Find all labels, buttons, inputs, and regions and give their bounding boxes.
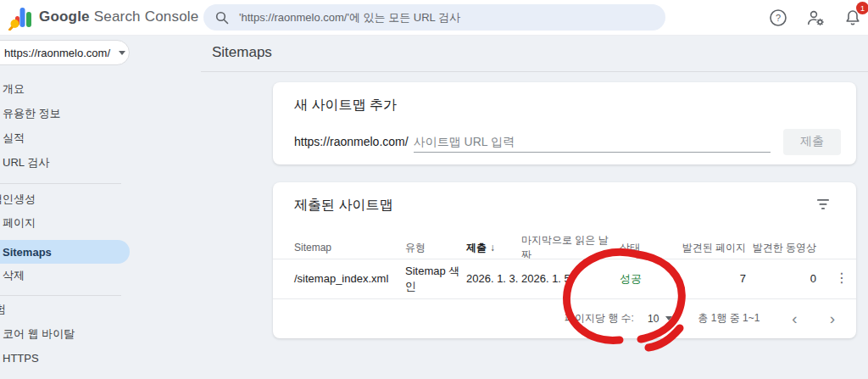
topbar-actions: ? 1 (768, 0, 868, 36)
cell-discovered-pages: 7 (678, 272, 746, 285)
table-header-row: Sitemap 유형 제출↓ 마지막으로 읽은 날짜 상태 발견된 페이지 발견… (273, 233, 856, 259)
col-header-status[interactable]: 상태 (615, 241, 678, 255)
sidebar-item-performance[interactable]: 실적 (3, 128, 25, 148)
filter-icon[interactable] (816, 198, 830, 210)
cell-submitted-date: 2026. 1. 3. (466, 272, 521, 285)
page-title-divider (201, 71, 868, 72)
sitemap-url-input[interactable] (414, 131, 771, 153)
prev-page-icon[interactable]: ‹ (792, 310, 797, 326)
sidebar-item-pages[interactable]: 페이지 (3, 213, 36, 233)
cell-type: Sitemap 색인 (405, 264, 466, 294)
sidebar-item-label: Sitemaps (3, 246, 52, 259)
brand-google: Google (39, 8, 90, 25)
row-menu-icon[interactable]: ⋮ (835, 270, 849, 285)
next-page-icon[interactable]: › (830, 310, 835, 326)
pagination-range: 총 1행 중 1~1 (698, 311, 760, 326)
sidebar-item-core-web-vitals[interactable]: 코어 웹 바이탈 (3, 324, 75, 344)
property-url: https://raonmelo.com/ (4, 47, 110, 59)
svg-text:?: ? (776, 13, 781, 23)
top-app-bar: Google Search Console 'https://raonmelo.… (0, 0, 868, 36)
sort-desc-icon: ↓ (490, 242, 495, 254)
col-header-last-read[interactable]: 마지막으로 읽은 날짜 (521, 233, 615, 262)
help-icon[interactable]: ? (768, 8, 788, 28)
col-header-discovered-videos[interactable]: 발견한 동영상 (746, 241, 816, 255)
url-inspection-search[interactable]: 'https://raonmelo.com/'에 있는 모든 URL 검사 (203, 4, 665, 31)
sidebar-item-sitemaps[interactable]: Sitemaps (0, 240, 130, 264)
sidebar-item-https[interactable]: HTTPS (3, 348, 39, 369)
add-sitemap-row: https://raonmelo.com/ 제출 (294, 128, 841, 155)
sidebar-section-experience[interactable]: 경험 (0, 299, 6, 320)
cell-sitemap-path[interactable]: /sitemap_index.xml (294, 272, 405, 285)
submitted-sitemaps-title: 제출된 사이트맵 (294, 197, 392, 215)
col-header-submitted[interactable]: 제출↓ (466, 241, 521, 255)
cell-discovered-videos: 0 (746, 272, 816, 285)
sidebar-item-overview[interactable]: 개요 (3, 79, 25, 99)
submit-button[interactable]: 제출 (783, 129, 841, 155)
sidebar-item-insights[interactable]: 유용한 정보 (3, 103, 61, 124)
sidebar-section-indexing[interactable]: 색인생성 (0, 189, 36, 209)
rows-per-page-value[interactable]: 10 (648, 313, 659, 325)
chevron-down-icon (119, 51, 125, 55)
cell-last-read-date: 2026. 1. 5. (521, 272, 615, 285)
sidebar-divider (0, 295, 121, 296)
search-icon (215, 11, 229, 25)
cell-status: 성공 (615, 271, 678, 287)
add-sitemap-title: 새 사이트맵 추가 (294, 97, 397, 114)
rows-per-page-chevron-icon[interactable] (665, 316, 672, 320)
col-header-discovered-pages[interactable]: 발견된 페이지 (678, 241, 746, 255)
property-selector[interactable]: https://raonmelo.com/ (0, 40, 130, 65)
notification-badge: 1 (856, 2, 868, 14)
add-sitemap-card: 새 사이트맵 추가 https://raonmelo.com/ 제출 (273, 82, 856, 164)
table-row[interactable]: /sitemap_index.xml Sitemap 색인 2026. 1. 3… (273, 259, 856, 298)
sitemap-url-prefix: https://raonmelo.com/ (294, 135, 409, 148)
table-pagination: 페이지당 행 수: 10 총 1행 중 1~1 ‹ › (273, 298, 835, 338)
sidebar-item-url-inspection[interactable]: URL 검사 (3, 153, 49, 173)
col-header-sitemap[interactable]: Sitemap (294, 242, 405, 254)
search-placeholder-text: 'https://raonmelo.com/'에 있는 모든 URL 검사 (239, 10, 460, 25)
app-title: Google Search Console (39, 8, 198, 25)
brand-search-console: Search Console (94, 8, 199, 25)
col-header-type[interactable]: 유형 (405, 241, 466, 255)
content-area: https://raonmelo.com/ 개요 유용한 정보 실적 URL 검… (0, 36, 868, 379)
notifications-button[interactable]: 1 (843, 8, 863, 28)
sidebar-item-removals[interactable]: 삭제 (3, 265, 25, 286)
account-settings-icon[interactable] (805, 8, 826, 28)
sidebar-divider (0, 183, 121, 184)
submitted-sitemaps-card: 제출된 사이트맵 Sitemap 유형 제출↓ 마지막으로 읽은 날짜 상태 발… (273, 182, 856, 338)
rows-per-page-label: 페이지당 행 수: (565, 311, 634, 326)
search-console-logo-icon (8, 5, 34, 31)
page-title: Sitemaps (212, 44, 272, 61)
